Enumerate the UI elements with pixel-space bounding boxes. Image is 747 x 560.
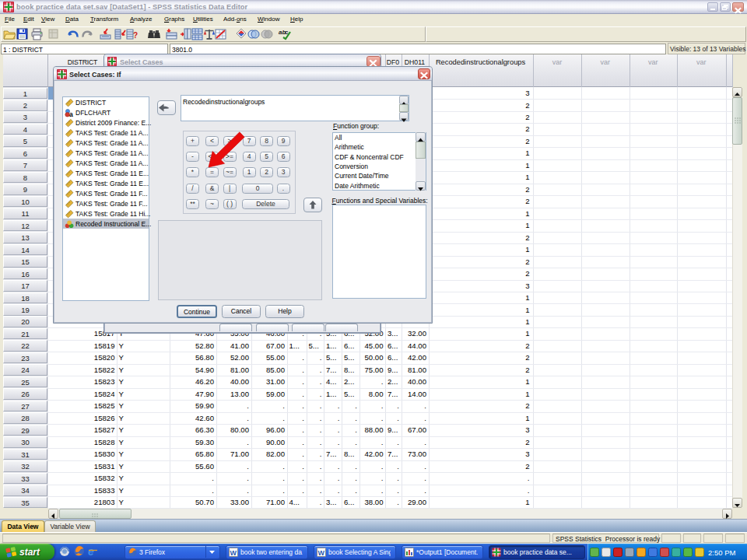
svg-text:a: a bbox=[69, 110, 73, 117]
svg-text:W: W bbox=[230, 548, 237, 556]
svg-text:?: ? bbox=[133, 31, 138, 40]
svg-text:e: e bbox=[88, 545, 94, 557]
svg-text:W: W bbox=[318, 548, 325, 556]
